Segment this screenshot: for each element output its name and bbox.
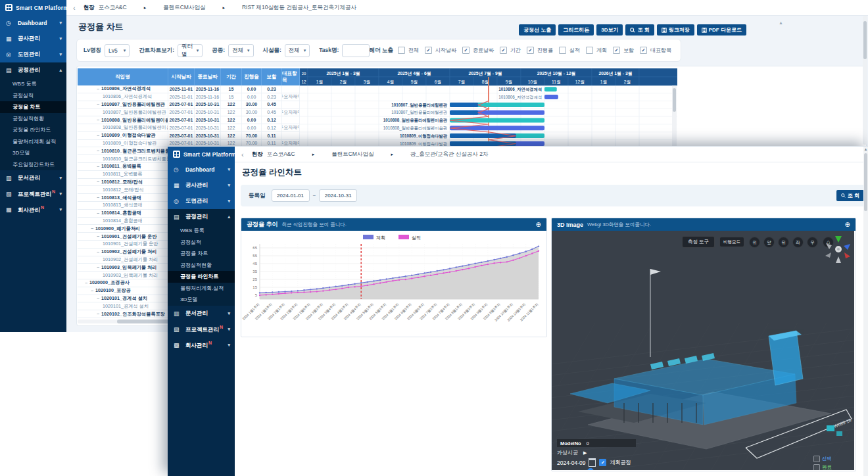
task-row-cell[interactable]: 30.00 [242, 101, 262, 109]
sidebar-item-프로젝트관리[interactable]: ▧프로젝트관리N▾ [0, 186, 66, 202]
task-row-cell[interactable]: 2025-10-31 [195, 108, 221, 116]
breadcrumb-item[interactable]: 포스코A&C [267, 151, 295, 158]
task-row-name[interactable]: 1010902_건설폐기물 처리 [78, 256, 168, 264]
task-row-cell[interactable]: 0.45 [262, 108, 282, 116]
task-row-cell[interactable]: 2025-11-01 [168, 93, 195, 101]
tree-toggle-icon[interactable]: − [91, 226, 93, 231]
column-header-시작날짜[interactable]: 시작날짜 [168, 68, 195, 85]
sidebar-subitem-공정율 라인차트[interactable]: 공정율 라인차트 [0, 124, 66, 136]
sidebar-subitem-공정율 라인차트[interactable]: 공정율 라인차트 [168, 271, 235, 283]
task-row-cell[interactable]: 주요자재대 [282, 124, 300, 132]
task-row-cell[interactable]: 2025-07-01 [168, 108, 195, 116]
task-row-cell[interactable]: 주요자재대 [282, 108, 300, 116]
sidebar-subitem-공정실적[interactable]: 공정실적 [168, 237, 235, 249]
header-toggle-전체[interactable] [398, 47, 405, 54]
task-row-cell[interactable]: 122 [221, 116, 242, 124]
sidebar-item-공사관리[interactable]: ▦공사관리▾ [168, 178, 235, 193]
sidebar-item-회사관리[interactable]: ▩회사관리N▾ [0, 202, 66, 218]
header-toggle-시작날짜[interactable]: ✓ [425, 47, 432, 54]
view-button-뒤[interactable]: 뒤 [778, 237, 789, 248]
task-row-cell[interactable]: 2025-07-01 [168, 132, 195, 140]
sidebar-subitem-공정실적현황[interactable]: 공정실적현황 [0, 113, 66, 125]
task-row-name[interactable]: −1020102_인조화강석블록포장 [78, 310, 168, 318]
sim-date-value[interactable]: 2024-04-09 [557, 460, 585, 466]
worktype-select[interactable]: 전체▾ [228, 44, 253, 57]
task-row-cell[interactable]: 122 [221, 132, 242, 140]
task-row-name[interactable]: −1010902_건설폐기물 처리 [78, 249, 168, 256]
sidebar-subitem-주요일정간트차트[interactable]: 주요일정간트차트 [0, 159, 66, 171]
measure-tool-button[interactable]: 측정 도구 [682, 236, 715, 248]
task-row-cell[interactable]: 2025-11-01 [168, 85, 195, 93]
task-row-name[interactable]: −1010903_임목폐기물 처리 [78, 264, 168, 272]
fly-mode-button[interactable]: 비행모드 [719, 237, 744, 247]
view-button-앞[interactable]: 앞 [763, 237, 775, 248]
task-row-name[interactable]: 1010812_모래/잡석 [78, 186, 168, 194]
sidebar-subitem-WBS 등록[interactable]: WBS 등록 [168, 225, 235, 237]
app-logo[interactable]: Smart CM Platform+ [168, 147, 240, 162]
header-toggle-실적[interactable] [559, 47, 566, 54]
page-scrollbar[interactable]: ▲ [863, 147, 868, 476]
tree-toggle-icon[interactable]: − [97, 102, 99, 107]
task-row-cell[interactable]: 122 [221, 108, 242, 116]
sidebar-subitem-공정율 차트[interactable]: 공정율 차트 [168, 248, 235, 260]
sidebar-subitem-공정실적현황[interactable]: 공정실적현황 [168, 260, 235, 272]
tree-toggle-icon[interactable]: − [97, 87, 99, 91]
task-row-name[interactable]: −1010901_건설폐기물 운반 [78, 233, 168, 241]
breadcrumb-item[interactable]: 플랜트CM사업실 [163, 4, 205, 12]
sidebar-subitem-3D모델[interactable]: 3D모델 [168, 294, 235, 306]
task-name-input[interactable] [342, 44, 369, 57]
task-row-name[interactable]: 1010814_혼합골재 [78, 218, 168, 226]
column-header-진행율[interactable]: 진행율 [242, 68, 262, 85]
gantt-bar-child[interactable] [544, 95, 558, 99]
sidebar-item-Dashboard[interactable]: ◷Dashboard▾ [0, 15, 66, 31]
breadcrumb-item[interactable]: RIST 제10실험동 건립공사_토목건축기계공사 [242, 4, 356, 12]
sidebar-item-공정관리[interactable]: ▤공정관리▴ [168, 209, 235, 225]
task-row-name[interactable]: −1020000_조경공사 [78, 279, 168, 287]
task-row-name[interactable]: −1010811_옹벽블록 [78, 163, 168, 171]
tree-toggle-icon[interactable]: − [97, 133, 99, 138]
sidebar-item-프로젝트관리[interactable]: ▧프로젝트관리N▾ [168, 321, 235, 337]
task-row-name[interactable]: 1010806_자연석경계석 [78, 93, 168, 101]
task-row-cell[interactable]: 30.00 [242, 108, 262, 116]
tree-toggle-icon[interactable]: − [97, 211, 99, 216]
gantt-vertical-scrollbar[interactable] [673, 88, 676, 112]
task-row-name[interactable]: 1010813_쇄석골재 [78, 202, 168, 210]
sidebar-item-문서관리[interactable]: ▥문서관리▾ [168, 306, 235, 321]
view-button-좌[interactable]: 좌 [792, 237, 804, 248]
page-scrollbar[interactable] [863, 16, 867, 145]
task-row-name[interactable]: 1020101_경계석 설치 [78, 302, 168, 310]
링크저장-button[interactable]: 링크저장 [657, 24, 694, 36]
task-row-cell[interactable]: 0.12 [262, 124, 282, 132]
task-row-cell[interactable]: 2025-10-31 [195, 124, 221, 132]
조 회-button[interactable]: 조 회 [625, 24, 654, 36]
task-row-cell[interactable]: 2025-11-16 [195, 93, 221, 101]
task-row-name[interactable]: −1010814_혼합골재 [78, 210, 168, 218]
3D보기-button[interactable]: 3D보기 [596, 24, 623, 36]
task-row-cell[interactable]: 2025-10-31 [195, 132, 221, 140]
back-icon[interactable]: ‹ [241, 151, 244, 158]
back-icon[interactable]: ‹ [73, 4, 76, 12]
task-row-name[interactable]: −1010812_모래/잡석 [78, 179, 168, 187]
sidebar-item-Dashboard[interactable]: ◷Dashboard▾ [168, 162, 235, 178]
collapse-arrow-icon[interactable]: ▲ [779, 20, 783, 25]
expand-icon[interactable]: ⊕ [536, 221, 541, 228]
tree-toggle-icon[interactable]: − [97, 250, 99, 254]
breadcrumb-item[interactable]: 플랜트CM사업실 [331, 151, 374, 158]
sidebar-item-문서관리[interactable]: ▥문서관리▾ [0, 170, 66, 186]
calendar-icon[interactable] [589, 458, 596, 467]
sidebar-subitem-WBS 등록[interactable]: WBS 등록 [0, 78, 66, 90]
tree-toggle-icon[interactable]: − [97, 312, 99, 316]
sidebar-subitem-공정실적[interactable]: 공정실적 [0, 90, 66, 102]
tree-toggle-icon[interactable]: − [97, 179, 99, 184]
tree-toggle-icon[interactable]: − [85, 281, 87, 285]
task-row-cell[interactable]: 0.11 [262, 132, 282, 140]
status-checkbox-완료[interactable] [813, 464, 820, 470]
sidebar-subitem-공정율 차트[interactable]: 공정율 차트 [0, 101, 66, 113]
status-checkbox-선택[interactable] [813, 456, 820, 462]
task-row-name[interactable]: 1010903_임목폐기물 처리 [78, 272, 168, 279]
task-row-cell[interactable]: 2025-10-31 [195, 101, 221, 109]
header-toggle-대표항목[interactable]: ✓ [640, 47, 647, 54]
task-row-cell[interactable]: 0.23 [262, 85, 282, 93]
그리드히든-button[interactable]: 그리드히든 [558, 24, 594, 36]
task-row-cell[interactable]: 122 [221, 124, 242, 132]
